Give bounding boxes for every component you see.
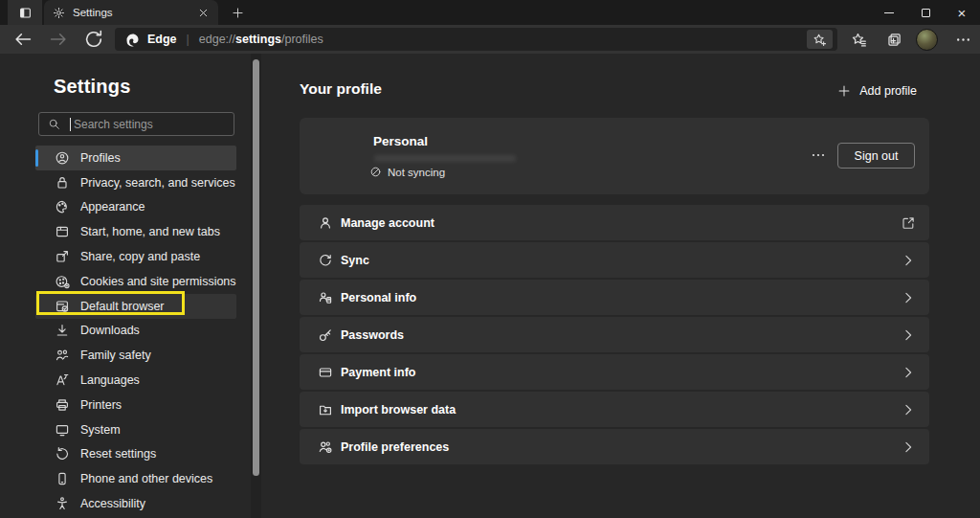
chevron-icon <box>901 365 916 380</box>
browser-menu-button[interactable] <box>951 28 974 51</box>
sidebar-item-appearance[interactable]: Appearance <box>35 195 236 220</box>
url-prefix: edge:// <box>199 33 235 46</box>
people-gear-icon <box>318 439 333 455</box>
sidebar-title: Settings <box>54 76 131 98</box>
row-import-browser-data[interactable]: Import browser data <box>300 392 929 427</box>
collections-icon <box>886 32 902 48</box>
add-profile-button[interactable]: Add profile <box>832 83 923 99</box>
sync-off-icon <box>369 166 382 178</box>
person-card-icon <box>318 290 333 305</box>
sidebar-item-cookies-and-site-permissions[interactable]: Cookies and site permissions <box>35 269 236 294</box>
sync-icon <box>318 253 333 268</box>
sidebar-item-profiles[interactable]: Profiles <box>35 146 236 170</box>
accessibility-icon <box>55 496 70 511</box>
vertical-scrollbar[interactable] <box>251 54 261 518</box>
sidebar-item-accessibility[interactable]: Accessibility <box>35 491 236 516</box>
row-payment-info[interactable]: Payment info <box>300 354 929 390</box>
external-icon <box>901 215 916 231</box>
tab-close-icon[interactable] <box>197 7 210 19</box>
phone-icon <box>55 471 70 486</box>
sign-out-button[interactable]: Sign out <box>837 143 915 169</box>
forward-button <box>48 29 69 50</box>
sidebar-item-reset-settings[interactable]: Reset settings <box>35 442 236 467</box>
tab-title: Settings <box>73 7 197 18</box>
refresh-button[interactable] <box>83 29 104 50</box>
more-dots-icon <box>955 32 971 48</box>
add-favorite-button[interactable] <box>807 30 833 49</box>
maximize-icon <box>922 9 930 17</box>
sidebar-item-family-safety[interactable]: Family safety <box>35 343 236 368</box>
sidebar-item-system[interactable]: System <box>35 417 236 442</box>
close-button[interactable]: × <box>944 0 980 25</box>
chevron-icon <box>901 327 916 343</box>
selected-indicator <box>35 149 38 167</box>
sidebar-nav: Profiles Privacy, search, and services A… <box>35 146 236 516</box>
scrollbar-thumb[interactable] <box>253 59 259 476</box>
profile-more-button[interactable] <box>810 147 827 163</box>
profile-card: Personal Not syncing Sign out <box>300 118 929 194</box>
system-icon <box>55 422 70 438</box>
browser-tab-settings[interactable]: Settings <box>44 0 218 25</box>
profiles-icon <box>55 150 70 166</box>
default-browser-icon <box>55 299 70 314</box>
new-tab-button[interactable] <box>226 5 249 21</box>
payment-card-icon <box>318 365 333 380</box>
settings-sidebar: Settings Profiles Privacy, search, and s… <box>0 54 251 518</box>
search-input[interactable] <box>72 117 234 132</box>
chevron-icon <box>901 290 916 305</box>
site-brand: Edge <box>147 33 177 46</box>
sidebar-item-default-browser[interactable]: Default browser <box>35 294 236 319</box>
text-caret <box>70 118 71 131</box>
address-bar[interactable]: Edge | edge://settings/profiles <box>115 28 837 51</box>
sidebar-item-share-copy-and-paste[interactable]: Share, copy and paste <box>35 244 236 269</box>
back-button[interactable] <box>12 29 33 50</box>
profile-settings-list: Manage account Sync Personal info Passwo… <box>300 205 929 466</box>
sidebar-item-privacy-search-and-services[interactable]: Privacy, search, and services <box>35 170 236 195</box>
profile-avatar[interactable] <box>916 29 938 51</box>
row-profile-preferences[interactable]: Profile preferences <box>300 429 929 464</box>
search-box[interactable] <box>38 112 234 136</box>
sidebar-item-start-home-and-new-tabs[interactable]: Start, home, and new tabs <box>35 219 236 244</box>
url-path: /profiles <box>281 33 323 46</box>
window-controls: × <box>871 0 980 25</box>
url-host: settings <box>235 33 281 46</box>
chevron-icon <box>901 253 916 268</box>
favorites-button[interactable] <box>847 28 870 51</box>
row-passwords[interactable]: Passwords <box>300 317 929 352</box>
sync-status-label: Not syncing <box>388 167 445 178</box>
page-title: Your profile <box>300 80 382 98</box>
minimize-button[interactable] <box>871 0 907 25</box>
titlebar: Settings × <box>0 0 980 25</box>
sidebar-item-downloads[interactable]: Downloads <box>35 319 236 344</box>
downloads-icon <box>55 323 70 338</box>
family-icon <box>55 348 70 363</box>
plus-icon <box>837 84 851 98</box>
redacted-email <box>374 155 516 162</box>
settings-main: Your profile Add profile Personal Not sy… <box>261 54 980 518</box>
collections-button[interactable] <box>882 28 905 51</box>
import-icon <box>318 402 333 417</box>
tab-actions-button[interactable] <box>8 0 42 25</box>
gear-icon <box>53 7 65 19</box>
tab-actions-icon <box>18 6 33 20</box>
row-sync[interactable]: Sync <box>300 242 929 278</box>
chevron-icon <box>901 439 916 455</box>
printer-icon <box>55 397 70 413</box>
sidebar-item-printers[interactable]: Printers <box>35 393 236 417</box>
sidebar-item-phone-and-other-devices[interactable]: Phone and other devices <box>35 466 236 491</box>
plus-icon <box>232 7 244 19</box>
row-manage-account[interactable]: Manage account <box>300 205 929 240</box>
privacy-icon <box>55 175 70 191</box>
languages-icon <box>55 372 70 388</box>
maximize-button[interactable] <box>907 0 944 25</box>
edge-logo-icon <box>125 33 140 47</box>
add-profile-label: Add profile <box>859 84 917 98</box>
person-icon <box>318 215 333 231</box>
cookies-icon <box>55 274 70 289</box>
row-personal-info[interactable]: Personal info <box>300 280 929 315</box>
star-fav-icon <box>851 32 867 48</box>
sidebar-item-languages[interactable]: Languages <box>35 368 236 393</box>
start-tabs-icon <box>55 224 70 239</box>
profile-name: Personal <box>373 134 428 148</box>
search-icon <box>48 118 60 130</box>
